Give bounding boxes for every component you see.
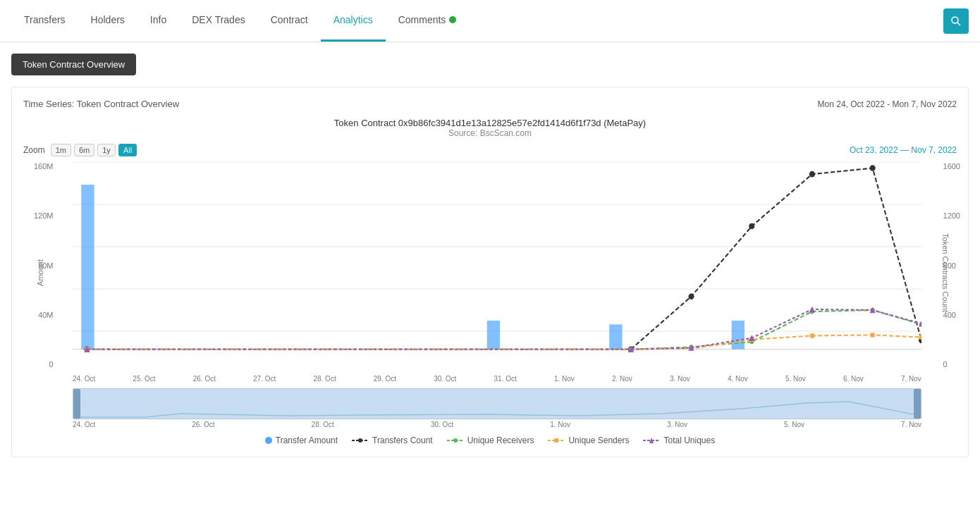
tab-transfers[interactable]: Transfers	[11, 0, 78, 42]
legend-dot-transfer-amount	[265, 437, 272, 444]
main-content: Token Contract Overview Time Series: Tok…	[0, 42, 980, 469]
x-label-25oct: 25. Oct	[133, 375, 155, 383]
legend-icon-total-uniques	[643, 437, 660, 444]
legend-unique-receivers: Unique Receivers	[447, 435, 534, 445]
zoom-label: Zoom	[23, 145, 45, 155]
zoom-1y[interactable]: 1y	[97, 144, 116, 156]
x-label-26oct: 26. Oct	[193, 375, 216, 383]
svg-rect-30	[919, 335, 921, 339]
svg-rect-10	[609, 324, 622, 349]
chart-header: Time Series: Token Contract Overview Mon…	[23, 99, 957, 109]
main-chart-wrapper: 160M 120M 80M 40M 0 1600 1200 800 400 0 …	[73, 162, 921, 383]
zoom-group: Zoom 1m 6m 1y All	[23, 144, 137, 156]
chart-svg	[73, 162, 921, 373]
mini-x-28oct: 28. Oct	[312, 421, 334, 428]
svg-rect-28	[810, 333, 814, 338]
svg-rect-8	[81, 185, 94, 350]
tab-dex-trades[interactable]: DEX Trades	[179, 0, 257, 42]
svg-point-41	[453, 438, 458, 443]
svg-rect-29	[871, 333, 875, 337]
mini-x-3nov: 3. Nov	[667, 421, 687, 428]
chart-legend: Transfer Amount Transfers Count Unique R…	[23, 435, 957, 445]
x-label-29oct: 29. Oct	[374, 375, 396, 383]
chart-sub-title: Source: BscScan.com	[23, 128, 957, 138]
svg-point-16	[809, 171, 815, 178]
x-label-24oct: 24. Oct	[73, 375, 95, 383]
legend-icon-unique-senders	[548, 437, 565, 444]
legend-transfer-amount: Transfer Amount	[265, 435, 338, 445]
mini-x-5nov: 5. Nov	[784, 421, 804, 428]
time-series-label: Time Series: Token Contract Overview	[23, 99, 179, 109]
legend-icon-transfers-count	[352, 437, 369, 444]
tab-info[interactable]: Info	[137, 0, 179, 42]
legend-label-unique-receivers: Unique Receivers	[467, 435, 534, 445]
y-axis-left-title: Amount	[36, 259, 44, 286]
svg-point-14	[688, 293, 694, 299]
svg-point-15	[749, 223, 754, 230]
y-left-label-40m: 40M	[38, 311, 53, 319]
x-label-31oct: 31. Oct	[494, 375, 517, 383]
zoom-6m[interactable]: 6m	[74, 144, 94, 156]
tab-contract[interactable]: Contract	[258, 0, 321, 42]
mini-x-7nov: 7. Nov	[901, 421, 921, 428]
navigator-handle-left[interactable]	[73, 389, 80, 419]
legend-total-uniques: Total Uniques	[643, 435, 715, 445]
x-label-4nov: 4. Nov	[728, 375, 748, 383]
legend-label-total-uniques: Total Uniques	[663, 435, 715, 445]
overview-button[interactable]: Token Contract Overview	[11, 54, 136, 75]
legend-label-transfers-count: Transfers Count	[372, 435, 433, 445]
chart-titles: Token Contract 0x9b86fc3941d1e13a12825e5…	[23, 118, 957, 138]
svg-marker-35	[809, 307, 815, 313]
x-label-2nov: 2. Nov	[612, 375, 632, 383]
mini-x-26oct: 26. Oct	[192, 421, 214, 428]
y-left-label-0: 0	[49, 360, 53, 369]
x-axis-labels: 24. Oct 25. Oct 26. Oct 27. Oct 28. Oct …	[73, 375, 921, 383]
search-icon	[950, 16, 962, 27]
x-label-30oct: 30. Oct	[434, 375, 456, 383]
svg-rect-9	[487, 321, 500, 350]
mini-x-24oct: 24. Oct	[73, 421, 95, 428]
date-range-label: Mon 24, Oct 2022 - Mon 7, Nov 2022	[818, 99, 957, 109]
x-label-3nov: 3. Nov	[670, 375, 690, 383]
tab-holders[interactable]: Holders	[78, 0, 137, 42]
navigator-handle-right[interactable]	[914, 389, 921, 419]
mini-x-30oct: 30. Oct	[431, 421, 453, 428]
y-right-label-1600: 1600	[943, 162, 960, 171]
svg-point-0	[952, 17, 958, 23]
selected-range: Oct 23, 2022 — Nov 7, 2022	[850, 145, 957, 155]
svg-rect-11	[732, 321, 745, 350]
zoom-1m[interactable]: 1m	[51, 144, 71, 156]
legend-label-transfer-amount: Transfer Amount	[276, 435, 338, 445]
x-label-27oct: 27. Oct	[253, 375, 276, 383]
search-button[interactable]	[943, 8, 969, 34]
mini-navigator[interactable]	[73, 388, 921, 419]
zoom-all[interactable]: All	[118, 144, 137, 156]
x-label-6nov: 6. Nov	[843, 375, 864, 383]
legend-icon-unique-receivers	[447, 437, 464, 444]
svg-line-1	[957, 23, 960, 25]
mini-x-axis: 24. Oct 26. Oct 28. Oct 30. Oct 1. Nov 3…	[73, 421, 921, 428]
y-left-label-160m: 160M	[34, 162, 54, 171]
y-left-label-120m: 120M	[34, 211, 54, 220]
mini-x-1nov: 1. Nov	[550, 421, 570, 428]
svg-point-17	[870, 165, 876, 171]
x-label-28oct: 28. Oct	[313, 375, 336, 383]
y-right-label-1200: 1200	[943, 211, 960, 220]
y-right-label-0: 0	[943, 360, 948, 369]
x-label-1nov: 1. Nov	[554, 375, 575, 383]
legend-transfers-count: Transfers Count	[352, 435, 433, 445]
tab-comments[interactable]: Comments	[386, 0, 470, 42]
y-axis-right-title: Token Contracts Count	[941, 233, 950, 312]
tab-analytics[interactable]: Analytics	[321, 0, 386, 42]
chart-container: Time Series: Token Contract Overview Mon…	[11, 87, 969, 457]
x-label-7nov: 7. Nov	[901, 375, 921, 383]
svg-rect-43	[554, 438, 558, 443]
zoom-range-row: Zoom 1m 6m 1y All Oct 23, 2022 — Nov 7, …	[23, 144, 957, 156]
comments-dot	[449, 16, 456, 23]
chart-main-title: Token Contract 0x9b86fc3941d1e13a12825e5…	[23, 118, 957, 128]
legend-unique-senders: Unique Senders	[548, 435, 629, 445]
x-label-5nov: 5. Nov	[785, 375, 806, 383]
svg-point-39	[358, 438, 362, 443]
top-navigation: Transfers Holders Info DEX Trades Contra…	[0, 0, 980, 42]
legend-label-unique-senders: Unique Senders	[568, 435, 629, 445]
